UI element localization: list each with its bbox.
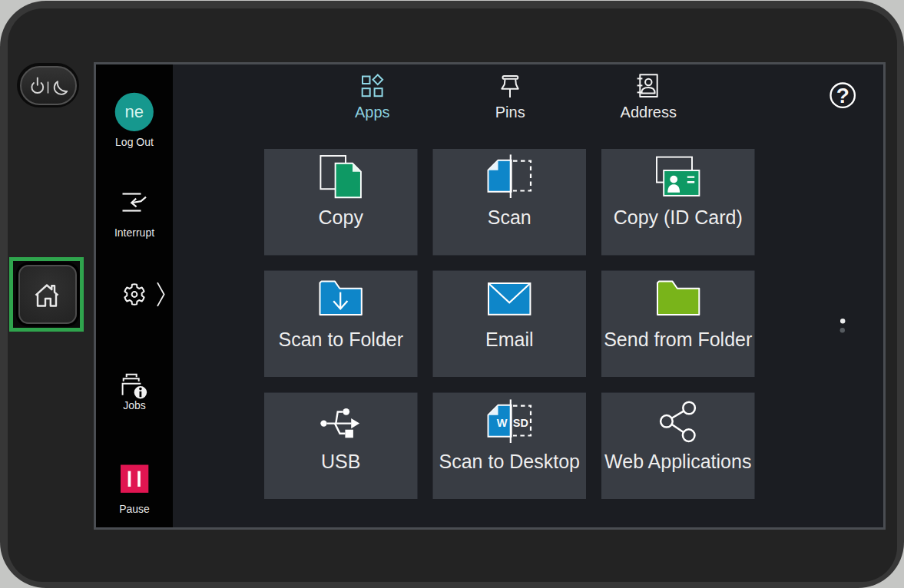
svg-text:Scan to Desktop: Scan to Desktop [439, 451, 580, 472]
svg-text:Interrupt: Interrupt [114, 226, 154, 239]
svg-text:?: ? [836, 84, 849, 107]
svg-text:Address: Address [621, 104, 677, 121]
svg-text:Email: Email [485, 329, 534, 350]
svg-text:Copy (ID Card): Copy (ID Card) [614, 206, 743, 228]
svg-text:Log Out: Log Out [115, 136, 154, 148]
svg-text:SD: SD [513, 417, 528, 429]
svg-text:USB: USB [321, 451, 360, 472]
svg-text:ne: ne [125, 102, 144, 121]
svg-text:Apps: Apps [355, 104, 390, 121]
svg-text:Send from Folder: Send from Folder [604, 329, 752, 350]
svg-text:W: W [497, 417, 508, 429]
svg-text:Pins: Pins [495, 104, 525, 121]
svg-text:Pause: Pause [119, 503, 150, 515]
svg-text:Web Applications: Web Applications [604, 451, 751, 472]
svg-text:Jobs: Jobs [123, 399, 146, 411]
svg-text:Scan to Folder: Scan to Folder [278, 329, 403, 350]
svg-text:Copy: Copy [319, 206, 364, 228]
svg-text:Scan: Scan [488, 206, 531, 228]
